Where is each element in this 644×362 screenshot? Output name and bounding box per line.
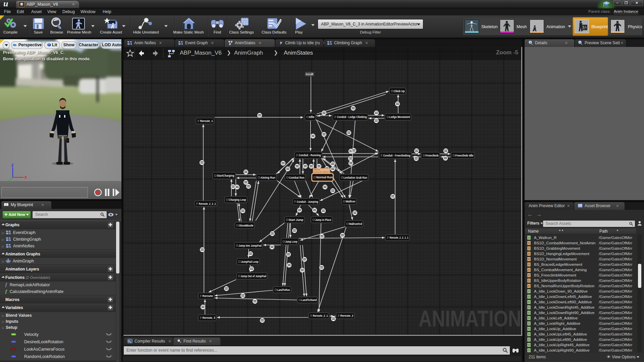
svg-text:Idle: Idle (309, 115, 315, 119)
svg-text:Freeclimb: Freeclimb (426, 154, 439, 157)
svg-text:Reroute_2_2_1_1: Reroute_2_2_1_1 (390, 236, 409, 239)
svg-text:Wallrun: Wallrun (346, 200, 356, 203)
svg-text:Conduit - Freeclimbing: Conduit - Freeclimbing (383, 154, 411, 157)
svg-text:Reroute: Reroute (203, 294, 213, 298)
svg-text:Ledge Movement: Ledge Movement (389, 115, 410, 119)
svg-text:Conduit - Ledge Climbing: Conduit - Ledge Climbing (337, 115, 367, 119)
svg-text:LandToRun: LandToRun (277, 288, 290, 292)
svg-text:Combat Run: Combat Run (289, 176, 305, 179)
svg-text:Start Jump: Start Jump (289, 218, 304, 222)
svg-text:X: X (24, 176, 27, 179)
svg-text:Reroute_3: Reroute_3 (203, 316, 215, 319)
svg-text:Jump In Place: Jump In Place (315, 218, 331, 222)
svg-text:JumpPad Loop: JumpPad Loop (241, 260, 259, 263)
svg-text:ShootMissile: ShootMissile (239, 224, 254, 227)
svg-text:LandToStand: LandToStand (302, 298, 317, 302)
svg-text:Jump Loop: Jump Loop (285, 240, 298, 243)
svg-text:WallrunEnd: WallrunEnd (349, 222, 362, 226)
svg-text:Climb Up: Climb Up (394, 89, 405, 93)
svg-text:Normal Run: Normal Run (316, 176, 333, 179)
svg-text:Levitation Grab Run: Levitation Grab Run (344, 176, 367, 179)
svg-text:Aiming Run: Aiming Run (261, 176, 275, 179)
svg-text:Conduit - Running: Conduit - Running (299, 154, 321, 157)
svg-text:Jump Into JumpPad: Jump Into JumpPad (239, 244, 262, 247)
svg-text:Active for 109.44 secs: Active for 109.44 secs (314, 171, 333, 173)
svg-text:100.0%: 100.0% (314, 169, 320, 171)
svg-text:Freeclimb Idle: Freeclimb Idle (455, 154, 474, 157)
svg-text:Charging Loop: Charging Loop (229, 198, 246, 201)
svg-text:Reroute_1: Reroute_1 (200, 119, 213, 123)
svg-text:Reroute_2: Reroute_2 (340, 314, 354, 317)
svg-text:Conduit - Jumping: Conduit - Jumping (297, 200, 318, 203)
svg-text:Z: Z (11, 164, 13, 167)
svg-text:StartCharging: StartCharging (217, 174, 234, 177)
svg-text:ANIMATION: ANIMATION (419, 306, 521, 331)
svg-text:Reroute_2_1: Reroute_2_1 (313, 314, 328, 317)
svg-text:Jump Out of JumpPad: Jump Out of JumpPad (241, 275, 266, 278)
svg-text:Entry: Entry (306, 73, 312, 76)
svg-text:Reroute_2_2_1: Reroute_2_2_1 (199, 202, 216, 205)
